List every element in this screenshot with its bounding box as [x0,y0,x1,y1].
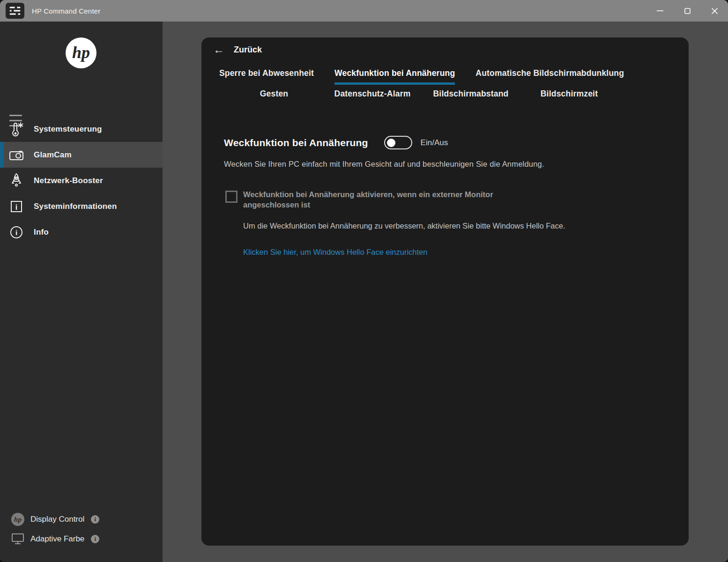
sidebar-item-label: Netzwerk-Booster [34,176,103,185]
info-badge-icon[interactable]: i [91,515,99,524]
svg-text:i: i [15,229,17,237]
hp-badge-icon: hp [11,512,25,526]
app-sliders-icon [6,3,24,19]
toggle-label: Ein/Aus [421,138,448,148]
sidebar-item-info[interactable]: i Info [0,219,163,245]
windows-hello-note: Um die Weckfunktion bei Annäherung zu ve… [243,222,664,230]
footer-item-display-control[interactable]: hp Display Control i [0,510,163,529]
windows-hello-setup-link[interactable]: Klicken Sie hier, um Windows Hello Face … [243,248,427,257]
section-title: Weckfunktion bei Annäherung [224,137,368,148]
section-description: Wecken Sie Ihren PC einfach mit Ihrem Ge… [224,160,664,169]
maximize-button[interactable] [674,0,701,22]
sidebar-item-netzwerk-booster[interactable]: Netzwerk-Booster [0,168,163,193]
main-area: ← Zurück Sperre bei Abwesenheit Weckfunk… [163,22,728,562]
content-panel: ← Zurück Sperre bei Abwesenheit Weckfunk… [201,37,689,546]
tab-bildschirmabstand[interactable]: Bildschirmabstand [422,89,520,105]
sidebar-item-label: GlamCam [34,150,72,160]
app-window: HP Command Center hp [0,0,728,562]
svg-text:i: i [15,203,17,211]
info-badge-icon[interactable]: i [91,535,99,543]
back-arrow-icon: ← [213,44,224,55]
tab-bildschirmzeit[interactable]: Bildschirmzeit [520,89,618,105]
thermometer-icon [8,121,25,138]
system-info-icon: i [8,198,25,215]
tab-automatische-bildschirmabdunklung[interactable]: Automatische Bildschirmabdunklung [475,68,624,85]
sidebar-item-label: Systemsteuerung [34,125,102,134]
camera-icon [8,147,25,163]
rocket-icon [8,172,25,189]
toggle-knob [387,139,395,147]
wake-on-approach-section: Weckfunktion bei Annäherung Ein/Aus Weck… [224,136,664,257]
sidebar-item-glamcam[interactable]: GlamCam [0,142,163,168]
monitor-icon [11,532,25,546]
tab-datenschutz-alarm[interactable]: Datenschutz-Alarm [323,89,422,105]
external-monitor-checkbox[interactable] [225,191,238,203]
titlebar: HP Command Center [0,0,728,22]
sidebar-footer: hp Display Control i Adaptive Farbe i [0,510,163,549]
sidebar-item-systemsteuerung[interactable]: Systemsteuerung [0,116,163,142]
tabs: Sperre bei Abwesenheit Weckfunktion bei … [201,68,689,105]
external-monitor-option: Weckfunktion bei Annäherung aktivieren, … [224,189,664,210]
back-button[interactable]: ← Zurück [213,44,262,55]
minimize-button[interactable] [646,0,674,22]
external-monitor-checkbox-label: Weckfunktion bei Annäherung aktivieren, … [243,189,505,210]
hp-logo: hp [66,37,97,68]
window-title: HP Command Center [32,7,101,15]
tab-weckfunktion-bei-annaeherung[interactable]: Weckfunktion bei Annäherung [334,68,455,85]
window-controls [646,0,728,22]
footer-item-label: Adaptive Farbe [30,534,84,544]
info-circle-icon: i [8,224,25,241]
sidebar-item-label: Systeminformationen [34,202,117,211]
close-button[interactable] [701,0,728,22]
tabs-row-2: Gesten Datenschutz-Alarm Bildschirmabsta… [201,89,642,105]
wake-on-approach-toggle[interactable] [384,136,412,149]
sidebar-nav: Systemsteuerung GlamCam [0,116,163,245]
footer-item-adaptive-farbe[interactable]: Adaptive Farbe i [0,529,163,549]
tab-sperre-bei-abwesenheit[interactable]: Sperre bei Abwesenheit [219,68,314,85]
svg-text:hp: hp [14,516,22,523]
tab-gesten[interactable]: Gesten [225,89,323,105]
tabs-row-1: Sperre bei Abwesenheit Weckfunktion bei … [201,68,642,85]
sidebar: hp [0,22,163,562]
sidebar-item-label: Info [34,228,49,237]
back-label: Zurück [234,45,262,55]
svg-text:hp: hp [72,43,90,62]
footer-item-label: Display Control [30,515,84,524]
sidebar-item-systeminformationen[interactable]: i Systeminformationen [0,193,163,219]
